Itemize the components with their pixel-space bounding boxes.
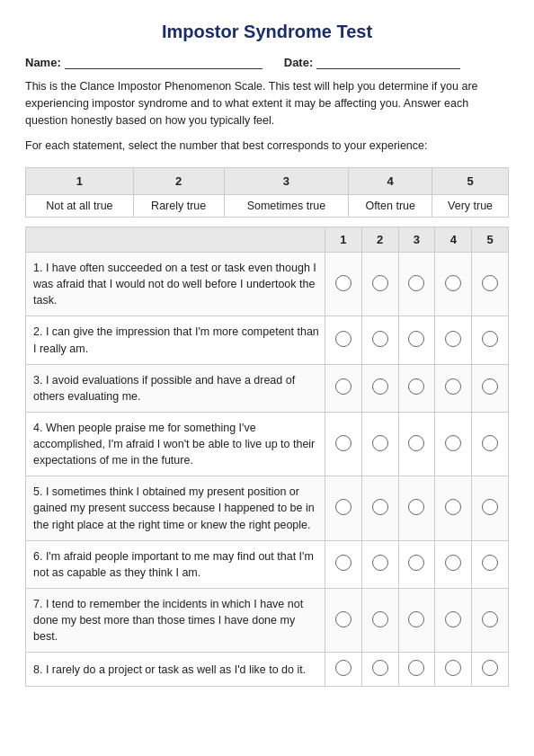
radio-circle-icon[interactable] (482, 499, 498, 515)
radio-q1-3[interactable] (398, 253, 435, 316)
date-underline (316, 55, 460, 69)
radio-circle-icon[interactable] (445, 435, 461, 451)
radio-q5-5[interactable] (472, 476, 509, 540)
radio-circle-icon[interactable] (408, 611, 424, 627)
radio-q4-2[interactable] (361, 412, 398, 476)
radio-q7-1[interactable] (325, 588, 361, 652)
radio-circle-icon[interactable] (372, 435, 388, 451)
radio-circle-icon[interactable] (445, 275, 461, 291)
radio-circle-icon[interactable] (335, 275, 352, 291)
radio-q5-4[interactable] (435, 476, 472, 540)
radio-circle-icon[interactable] (372, 275, 388, 291)
radio-q8-4[interactable] (435, 653, 472, 687)
radio-q6-1[interactable] (325, 540, 361, 588)
radio-q2-1[interactable] (325, 316, 361, 364)
radio-q2-5[interactable] (472, 316, 509, 364)
radio-q5-1[interactable] (325, 476, 361, 540)
scale-number-2: 2 (133, 168, 224, 195)
radio-q1-2[interactable] (361, 253, 398, 316)
radio-q3-5[interactable] (472, 364, 509, 412)
date-label: Date: (284, 56, 314, 69)
radio-q5-2[interactable] (361, 476, 398, 540)
radio-circle-icon[interactable] (445, 555, 461, 571)
radio-q8-1[interactable] (325, 653, 361, 687)
radio-circle-icon[interactable] (408, 499, 424, 515)
radio-circle-icon[interactable] (408, 331, 424, 347)
radio-q7-5[interactable] (472, 588, 509, 652)
scale-number-3: 3 (224, 168, 349, 195)
radio-q4-5[interactable] (472, 412, 509, 476)
radio-circle-icon[interactable] (482, 378, 498, 395)
question-text-4: 4. When people praise me for something I… (26, 412, 325, 476)
radio-circle-icon[interactable] (335, 555, 352, 571)
radio-q3-4[interactable] (435, 364, 472, 412)
radio-circle-icon[interactable] (335, 331, 352, 347)
radio-circle-icon[interactable] (445, 660, 461, 676)
radio-q8-3[interactable] (398, 653, 435, 687)
radio-q2-4[interactable] (435, 316, 472, 364)
radio-circle-icon[interactable] (445, 331, 461, 347)
radio-circle-icon[interactable] (482, 275, 498, 291)
radio-q6-3[interactable] (398, 540, 435, 588)
radio-q3-2[interactable] (361, 364, 398, 412)
radio-q7-4[interactable] (435, 588, 472, 652)
questions-header-row: 1 2 3 4 5 (26, 227, 509, 253)
radio-circle-icon[interactable] (445, 611, 461, 627)
radio-circle-icon[interactable] (372, 331, 388, 347)
question-text-8: 8. I rarely do a project or task as well… (26, 653, 325, 687)
radio-q3-1[interactable] (325, 364, 361, 412)
radio-circle-icon[interactable] (335, 611, 352, 627)
scale-number-5: 5 (432, 168, 509, 195)
radio-circle-icon[interactable] (408, 435, 424, 451)
radio-circle-icon[interactable] (482, 555, 498, 571)
radio-q1-5[interactable] (472, 253, 509, 316)
radio-q6-5[interactable] (472, 540, 509, 588)
radio-circle-icon[interactable] (408, 275, 424, 291)
scale-label-2: Rarely true (133, 195, 224, 218)
radio-circle-icon[interactable] (372, 660, 388, 676)
radio-q6-2[interactable] (361, 540, 398, 588)
date-field: Date: (284, 55, 461, 69)
intro-paragraph-2: For each statement, select the number th… (25, 138, 509, 155)
radio-circle-icon[interactable] (335, 499, 352, 515)
radio-q7-3[interactable] (398, 588, 435, 652)
table-row: 3. I avoid evaluations if possible and h… (26, 364, 509, 412)
radio-q6-4[interactable] (435, 540, 472, 588)
question-text-5: 5. I sometimes think I obtained my prese… (26, 476, 325, 540)
radio-circle-icon[interactable] (445, 499, 461, 515)
radio-q1-1[interactable] (325, 253, 361, 316)
radio-circle-icon[interactable] (372, 555, 388, 571)
radio-circle-icon[interactable] (372, 378, 388, 395)
radio-q5-3[interactable] (398, 476, 435, 540)
radio-circle-icon[interactable] (482, 435, 498, 451)
radio-q8-2[interactable] (361, 653, 398, 687)
radio-circle-icon[interactable] (408, 555, 424, 571)
radio-q4-3[interactable] (398, 412, 435, 476)
radio-circle-icon[interactable] (372, 611, 388, 627)
radio-circle-icon[interactable] (372, 499, 388, 515)
radio-circle-icon[interactable] (335, 378, 352, 395)
radio-circle-icon[interactable] (482, 331, 498, 347)
radio-q1-4[interactable] (435, 253, 472, 316)
col-header-3: 3 (398, 227, 435, 253)
radio-circle-icon[interactable] (482, 611, 498, 627)
radio-circle-icon[interactable] (408, 378, 424, 395)
table-row: 7. I tend to remember the incidents in w… (26, 588, 509, 652)
radio-q8-5[interactable] (472, 653, 509, 687)
radio-circle-icon[interactable] (335, 660, 352, 676)
radio-q4-4[interactable] (435, 412, 472, 476)
col-header-2: 2 (361, 227, 398, 253)
radio-q3-3[interactable] (398, 364, 435, 412)
table-row: 8. I rarely do a project or task as well… (26, 653, 509, 687)
radio-circle-icon[interactable] (445, 378, 461, 395)
radio-circle-icon[interactable] (482, 660, 498, 676)
radio-circle-icon[interactable] (335, 435, 352, 451)
name-date-row: Name: Date: (25, 55, 509, 69)
radio-q2-2[interactable] (361, 316, 398, 364)
radio-q4-1[interactable] (325, 412, 361, 476)
radio-q7-2[interactable] (361, 588, 398, 652)
table-row: 4. When people praise me for something I… (26, 412, 509, 476)
radio-circle-icon[interactable] (408, 660, 424, 676)
radio-q2-3[interactable] (398, 316, 435, 364)
table-row: 5. I sometimes think I obtained my prese… (26, 476, 509, 540)
